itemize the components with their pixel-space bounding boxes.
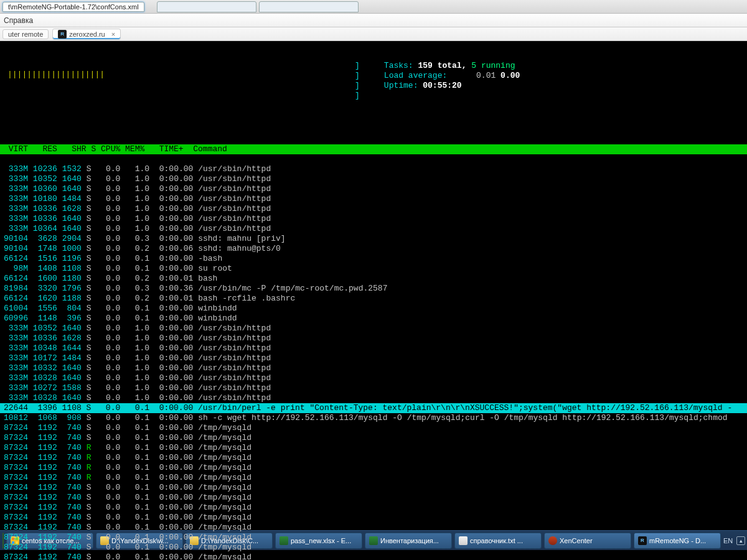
process-row[interactable]: 61004 1556 804 S 0.0 0.1 0:00.00 winbind…	[0, 304, 747, 314]
process-row[interactable]: 333M 10272 1588 S 0.0 1.0 0:00.00 /usr/s…	[0, 383, 747, 393]
process-row[interactable]: 66124 1620 1188 S 0.0 0.2 0:00.01 bash -…	[0, 294, 747, 304]
process-row[interactable]: 10812 1068 908 S 0.0 0.1 0:00.00 sh -c w…	[0, 413, 747, 423]
process-row[interactable]: 333M 10336 1628 S 0.0 1.0 0:00.00 /usr/s…	[0, 334, 747, 343]
process-row[interactable]: 333M 10332 1640 S 0.0 1.0 0:00.00 /usr/s…	[0, 363, 747, 373]
process-row[interactable]: 87324 1192 740 S 0.0 0.1 0:00.00 /tmp/my…	[0, 543, 747, 553]
process-table-header[interactable]: VIRT RES SHR S CPU% MEM% TIME+ Command	[0, 144, 747, 154]
process-row[interactable]: 87324 1192 740 S 0.0 0.1 0:00.00 /tmp/my…	[0, 493, 747, 503]
process-row[interactable]: 98M 1408 1108 S 0.0 0.1 0:00.00 su root	[0, 264, 747, 274]
background-tab-2[interactable]	[259, 1, 359, 12]
tab-label: uter remote	[8, 30, 43, 38]
connection-tab-active[interactable]: R zeroxzed.ru ×	[52, 29, 121, 40]
htop-summary: ] Tasks: 159 total, 5 running ] Load ave…	[355, 51, 520, 101]
process-row[interactable]: 87324 1192 740 S 0.0 0.1 0:00.00 /tmp/my…	[0, 553, 747, 560]
process-row[interactable]: 333M 10360 1640 S 0.0 1.0 0:00.00 /usr/s…	[0, 184, 747, 194]
process-row[interactable]: 333M 10364 1640 S 0.0 1.0 0:00.00 /usr/s…	[0, 224, 747, 234]
connection-tabs: uter remote R zeroxzed.ru ×	[0, 27, 747, 41]
process-row[interactable]: 87324 1192 740 S 0.0 0.1 0:00.00 /tmp/my…	[0, 503, 747, 513]
process-row[interactable]: 333M 10336 1628 S 0.0 1.0 0:00.00 /usr/s…	[0, 204, 747, 214]
process-row[interactable]: 90104 1748 1000 S 0.0 0.2 0:00.06 sshd: …	[0, 244, 747, 254]
menubar: Справка	[0, 14, 747, 27]
process-row[interactable]: 90104 3628 2904 S 0.0 0.3 0:00.00 sshd: …	[0, 234, 747, 244]
process-row[interactable]: 87324 1192 740 S 0.0 0.1 0:00.00 /tmp/my…	[0, 533, 747, 543]
process-row[interactable]: 60996 1148 396 S 0.0 0.1 0:00.00 winbind…	[0, 314, 747, 324]
process-row[interactable]: 333M 10352 1640 S 0.0 1.0 0:00.00 /usr/s…	[0, 174, 747, 184]
connection-tab-prev[interactable]: uter remote	[2, 29, 49, 39]
terminal[interactable]: |||||||||||||||||||| ] Tasks: 159 total,…	[0, 41, 747, 530]
mremoteng-icon: R	[58, 30, 67, 39]
process-row[interactable]: 22644 1396 1108 S 0.0 0.1 0:00.00 /usr/b…	[0, 403, 747, 413]
process-table-body: 333M 10236 1532 S 0.0 1.0 0:00.00 /usr/s…	[0, 164, 747, 560]
process-row[interactable]: 333M 10328 1640 S 0.0 1.0 0:00.00 /usr/s…	[0, 373, 747, 383]
background-tab-1[interactable]	[157, 1, 256, 12]
process-row[interactable]: 333M 10236 1532 S 0.0 1.0 0:00.00 /usr/s…	[0, 164, 747, 174]
process-row[interactable]: 87324 1192 740 R 0.0 0.1 0:00.00 /tmp/my…	[0, 443, 747, 453]
menu-help[interactable]: Справка	[4, 16, 33, 25]
process-row[interactable]: 87324 1192 740 S 0.0 0.1 0:00.00 /tmp/my…	[0, 433, 747, 443]
tab-close-icon[interactable]: ×	[108, 30, 115, 38]
tab-label: zeroxzed.ru	[69, 30, 105, 38]
process-row[interactable]: 87324 1192 740 S 0.0 0.1 0:00.00 /tmp/my…	[0, 423, 747, 433]
process-row[interactable]: 81984 3320 1796 S 0.0 0.3 0:00.36 /usr/b…	[0, 284, 747, 294]
process-row[interactable]: 333M 10180 1484 S 0.0 1.0 0:00.00 /usr/s…	[0, 194, 747, 204]
process-row[interactable]: 333M 10328 1640 S 0.0 1.0 0:00.00 /usr/s…	[0, 393, 747, 403]
process-row[interactable]: 333M 10348 1644 S 0.0 1.0 0:00.00 /usr/s…	[0, 343, 747, 353]
start-button[interactable]	[2, 533, 4, 549]
process-row[interactable]: 66124 1600 1180 S 0.0 0.2 0:00.01 bash	[0, 274, 747, 284]
process-row[interactable]: 87324 1192 740 S 0.0 0.1 0:00.00 /tmp/my…	[0, 483, 747, 493]
cpu-bars: ||||||||||||||||||||	[4, 70, 105, 79]
process-row[interactable]: 87324 1192 740 R 0.0 0.1 0:00.00 /tmp/my…	[0, 463, 747, 473]
process-row[interactable]: 66124 1516 1196 S 0.0 0.1 0:00.00 -bash	[0, 254, 747, 264]
process-row[interactable]: 87324 1192 740 S 0.0 0.1 0:00.00 /tmp/my…	[0, 513, 747, 523]
window-title-tab[interactable]: t\mRemoteNG-Portable-1.72\confCons.xml	[2, 2, 144, 12]
process-row[interactable]: 333M 10352 1640 S 0.0 1.0 0:00.00 /usr/s…	[0, 324, 747, 334]
process-row[interactable]: 87324 1192 740 R 0.0 0.1 0:00.00 /tmp/my…	[0, 473, 747, 483]
process-row[interactable]: 333M 10172 1484 S 0.0 1.0 0:00.00 /usr/s…	[0, 353, 747, 363]
window-titlebar: t\mRemoteNG-Portable-1.72\confCons.xml	[0, 0, 747, 14]
process-row[interactable]: 333M 10336 1640 S 0.0 1.0 0:00.00 /usr/s…	[0, 214, 747, 224]
process-row[interactable]: 87324 1192 740 R 0.0 0.1 0:00.00 /tmp/my…	[0, 453, 747, 463]
process-row[interactable]: 87324 1192 740 S 0.0 0.1 0:00.00 /tmp/my…	[0, 523, 747, 533]
